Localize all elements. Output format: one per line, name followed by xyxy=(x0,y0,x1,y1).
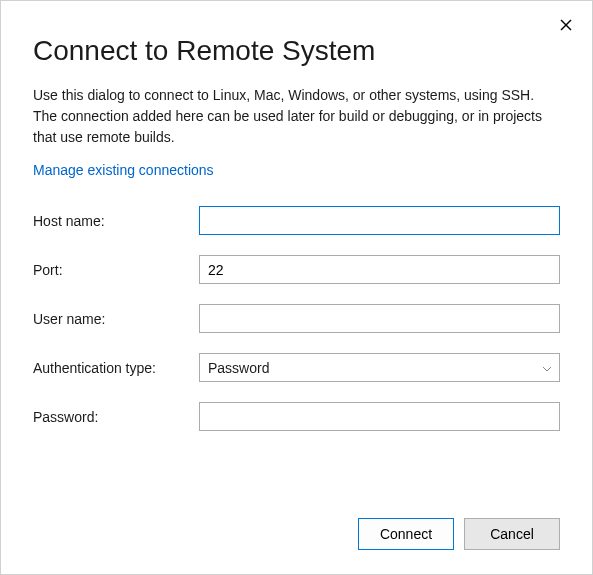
port-input[interactable] xyxy=(199,255,560,284)
host-name-input[interactable] xyxy=(199,206,560,235)
button-row: Connect Cancel xyxy=(358,518,560,550)
user-name-label: User name: xyxy=(33,311,199,327)
auth-type-label: Authentication type: xyxy=(33,360,199,376)
host-name-row: Host name: xyxy=(33,206,560,235)
close-button[interactable] xyxy=(556,15,576,35)
user-name-input[interactable] xyxy=(199,304,560,333)
port-label: Port: xyxy=(33,262,199,278)
host-name-label: Host name: xyxy=(33,213,199,229)
chevron-down-icon xyxy=(543,360,551,376)
auth-type-selected: Password xyxy=(208,360,269,376)
password-label: Password: xyxy=(33,409,199,425)
password-input[interactable] xyxy=(199,402,560,431)
auth-type-row: Authentication type: Password xyxy=(33,353,560,382)
connect-button[interactable]: Connect xyxy=(358,518,454,550)
dialog-description: Use this dialog to connect to Linux, Mac… xyxy=(33,85,560,148)
port-row: Port: xyxy=(33,255,560,284)
cancel-button[interactable]: Cancel xyxy=(464,518,560,550)
user-name-row: User name: xyxy=(33,304,560,333)
dialog-title: Connect to Remote System xyxy=(33,35,560,67)
dialog-content: Connect to Remote System Use this dialog… xyxy=(1,1,592,431)
password-row: Password: xyxy=(33,402,560,431)
auth-type-select[interactable]: Password xyxy=(199,353,560,382)
close-icon xyxy=(560,19,572,31)
manage-connections-link[interactable]: Manage existing connections xyxy=(33,162,214,178)
